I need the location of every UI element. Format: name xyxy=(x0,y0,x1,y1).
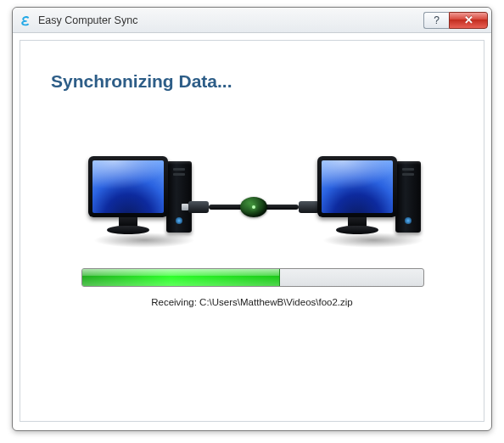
target-computer-icon xyxy=(317,156,419,250)
app-icon xyxy=(20,14,33,27)
app-window: Easy Computer Sync ? ✕ Synchronizing Dat… xyxy=(12,7,492,431)
progress-fill xyxy=(82,269,280,286)
source-computer-icon xyxy=(88,156,190,250)
status-text: Receiving: C:\Users\MatthewB\Videos\foo2… xyxy=(20,297,484,307)
help-button[interactable]: ? xyxy=(423,12,449,29)
window-title: Easy Computer Sync xyxy=(38,14,423,26)
titlebar: Easy Computer Sync ? ✕ xyxy=(13,8,491,33)
close-button[interactable]: ✕ xyxy=(449,12,488,29)
transfer-cable-icon xyxy=(188,195,319,219)
status-prefix: Receiving: xyxy=(151,297,199,307)
page-title: Synchronizing Data... xyxy=(51,71,232,92)
client-area: Synchronizing Data... xyxy=(20,40,484,422)
progress-bar xyxy=(81,268,424,287)
status-path: C:\Users\MatthewB\Videos\foo2.zip xyxy=(199,297,353,307)
sync-illustration xyxy=(88,148,419,258)
titlebar-buttons: ? ✕ xyxy=(423,12,488,29)
